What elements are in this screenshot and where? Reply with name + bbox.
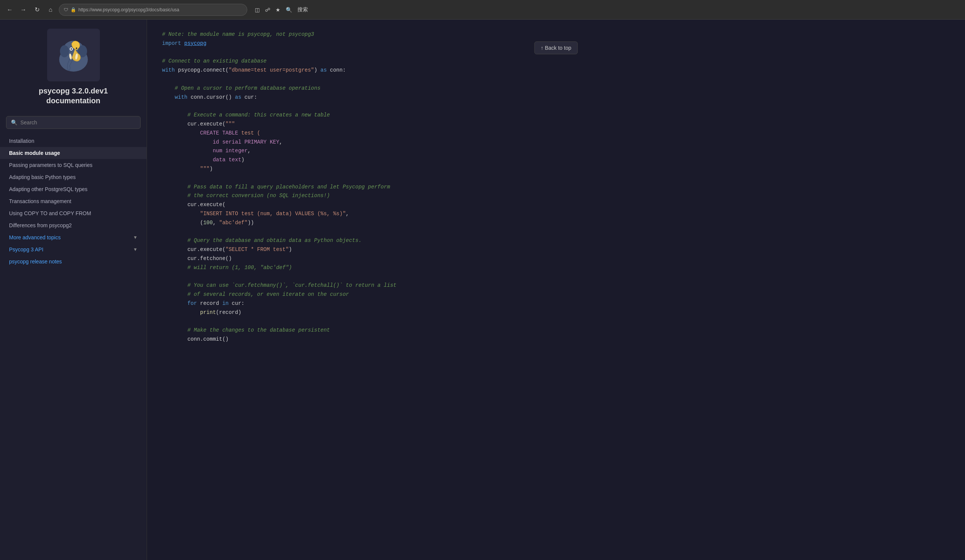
code-line-15: # the correct conversion (no SQL injecti… — [162, 191, 950, 201]
app-container: psycopg 3.2.0.dev1 documentation 🔍 Insta… — [0, 20, 965, 560]
svg-point-7 — [76, 47, 77, 49]
code-line-16: cur.execute( — [162, 201, 950, 209]
home-button[interactable]: ⌂ — [45, 5, 56, 15]
code-line-13: """) — [162, 165, 950, 174]
code-line-blank-3 — [162, 102, 950, 111]
main-content: ↑ Back to top # Note: the module name is… — [147, 20, 965, 560]
address-bar[interactable]: 🛡 🔒 https://www.psycopg.org/psycopg3/doc… — [59, 4, 247, 16]
code-line-17: "INSERT INTO test (num, data) VALUES (%s… — [162, 209, 950, 219]
sidebar-item-psycopg3-api[interactable]: Psycopg 3 API ▼ — [0, 243, 147, 256]
shield-icon: 🛡 — [64, 7, 68, 12]
sidebar-title: psycopg 3.2.0.dev1 documentation — [8, 86, 139, 106]
code-line-24: # of several records, or even iterate on… — [162, 290, 950, 299]
code-line-blank-6 — [162, 273, 950, 281]
browser-bar: ← → ↻ ⌂ 🛡 🔒 https://www.psycopg.org/psyc… — [0, 0, 965, 20]
code-line-blank-7 — [162, 317, 950, 327]
url-text: https://www.psycopg.org/psycopg3/docs/ba… — [79, 7, 179, 12]
sidebar-item-transactions[interactable]: Transactions management — [0, 195, 147, 207]
code-line-9: CREATE TABLE test ( — [162, 129, 950, 138]
sidebar-item-adapting-basic[interactable]: Adapting basic Python types — [0, 171, 147, 183]
search-icon[interactable]: 🔍 — [284, 5, 294, 14]
code-line-10: id serial PRIMARY KEY, — [162, 138, 950, 147]
search-label[interactable]: 搜索 — [296, 5, 309, 15]
sidebar-item-passing-parameters[interactable]: Passing parameters to SQL queries — [0, 159, 147, 171]
code-line-26: print(record) — [162, 308, 950, 317]
code-line-18: (100, "abc'def")) — [162, 219, 950, 228]
code-line-3: # Connect to an existing database — [162, 57, 950, 66]
sidebar-item-release-notes[interactable]: psycopg release notes — [0, 256, 147, 268]
code-line-20: cur.execute("SELECT * FROM test") — [162, 245, 950, 255]
forward-button[interactable]: → — [18, 5, 29, 15]
back-button[interactable]: ← — [5, 5, 15, 15]
svg-point-2 — [60, 45, 69, 57]
code-line-11: num integer, — [162, 147, 950, 156]
sidebar-item-diff-psycopg2[interactable]: Differences from psycopg2 — [0, 219, 147, 231]
code-line-23: # You can use `cur.fetchmany()`, `cur.fe… — [162, 281, 950, 290]
logo-image — [47, 29, 100, 82]
code-line-8: cur.execute(""" — [162, 120, 950, 129]
sidebar-item-basic-module-usage[interactable]: Basic module usage — [0, 147, 147, 159]
code-line-5: # Open a cursor to perform database oper… — [162, 84, 950, 93]
svg-point-5 — [70, 48, 72, 50]
code-line-blank-4 — [162, 174, 950, 183]
search-input[interactable] — [20, 119, 136, 126]
sidebar: psycopg 3.2.0.dev1 documentation 🔍 Insta… — [0, 20, 147, 560]
code-line-4: with psycopg.connect("dbname=test user=p… — [162, 66, 950, 75]
code-line-12: data text) — [162, 156, 950, 165]
code-line-14: # Pass data to fill a query placeholders… — [162, 183, 950, 192]
code-line-1: # Note: the module name is psycopg, not … — [162, 30, 950, 39]
extensions-icon[interactable]: ◫ — [254, 5, 261, 14]
chevron-down-icon: ▼ — [133, 235, 137, 240]
back-to-top-button[interactable]: ↑ Back to top — [535, 41, 578, 54]
code-line-27: # Make the changes to the database persi… — [162, 326, 950, 335]
sidebar-item-installation[interactable]: Installation — [0, 135, 147, 147]
reload-button[interactable]: ↻ — [32, 5, 42, 15]
code-line-blank-5 — [162, 228, 950, 237]
browser-toolbar: ◫ ☍ ★ 🔍 搜索 — [254, 5, 309, 15]
sidebar-logo-area: psycopg 3.2.0.dev1 documentation — [0, 20, 147, 111]
star-icon[interactable]: ★ — [274, 5, 282, 14]
sidebar-item-advanced-topics[interactable]: More advanced topics ▼ — [0, 231, 147, 243]
chevron-down-icon-api: ▼ — [133, 247, 137, 252]
sidebar-nav: Installation Basic module usage Passing … — [0, 135, 147, 271]
code-block: # Note: the module name is psycopg, not … — [162, 27, 950, 347]
code-line-25: for record in cur: — [162, 299, 950, 308]
lock-icon: 🔒 — [70, 7, 76, 12]
reader-icon[interactable]: ☍ — [263, 5, 272, 14]
code-line-21: cur.fetchone() — [162, 255, 950, 263]
search-box[interactable]: 🔍 — [6, 116, 141, 129]
code-line-6: with conn.cursor() as cur: — [162, 93, 950, 102]
code-line-blank-2 — [162, 75, 950, 84]
code-line-22: # will return (1, 100, "abc'def") — [162, 263, 950, 273]
code-line-19: # Query the database and obtain data as … — [162, 236, 950, 245]
code-line-7: # Execute a command: this creates a new … — [162, 111, 950, 120]
search-icon: 🔍 — [11, 119, 17, 126]
code-line-28: conn.commit() — [162, 335, 950, 344]
sidebar-item-copy[interactable]: Using COPY TO and COPY FROM — [0, 207, 147, 219]
sidebar-item-adapting-other[interactable]: Adapting other PostgreSQL types — [0, 183, 147, 195]
